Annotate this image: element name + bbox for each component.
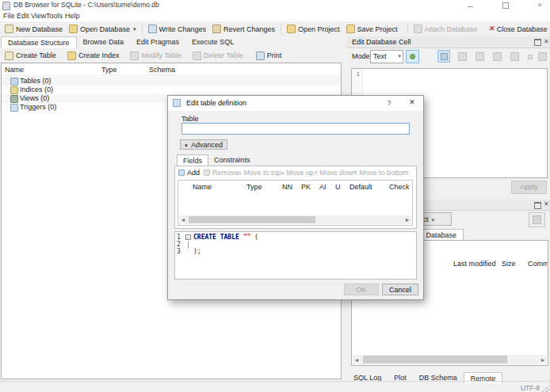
app-icon bbox=[2, 2, 10, 10]
grid-column-nn[interactable]: NN bbox=[282, 183, 292, 191]
modify-table-button: Modify Table bbox=[127, 50, 184, 62]
scrollbar-thumb[interactable] bbox=[363, 356, 507, 363]
close-database-button[interactable]: ✕ Close Database bbox=[485, 24, 550, 35]
tab-edit-pragmas[interactable]: Edit Pragmas bbox=[130, 36, 185, 48]
add-field-button[interactable]: Add bbox=[178, 169, 200, 177]
tab-fields[interactable]: Fields bbox=[177, 154, 208, 166]
dialog-icon bbox=[173, 99, 181, 107]
connect-dropdown-icon: ▾ bbox=[432, 217, 435, 223]
write-changes-button[interactable]: Write Changes bbox=[145, 23, 209, 35]
line-number: 1 bbox=[357, 70, 360, 78]
resize-grip[interactable] bbox=[542, 385, 549, 392]
float-dock-icon[interactable] bbox=[534, 39, 541, 46]
tree-header-divider bbox=[2, 75, 341, 76]
dialog-help-button[interactable]: ? bbox=[384, 99, 395, 107]
menu-file[interactable]: File bbox=[3, 12, 15, 20]
open-database-button[interactable]: Open Database ▾ bbox=[66, 23, 139, 35]
maximize-button[interactable] bbox=[498, 1, 514, 10]
edit-cell-dock-title: Edit Database Cell bbox=[352, 38, 411, 46]
tree-item-indices[interactable]: Indices (0) bbox=[2, 86, 341, 94]
grid-column-default[interactable]: Default bbox=[349, 183, 372, 191]
tables-icon bbox=[10, 78, 18, 86]
close-dock-icon[interactable]: ✕ bbox=[544, 39, 549, 45]
separator-dot-icon bbox=[528, 55, 533, 59]
delete-table-button: Delete Table bbox=[189, 50, 246, 62]
open-project-button[interactable]: Open Project bbox=[284, 23, 343, 35]
null-cell-icon bbox=[458, 52, 467, 61]
status-bar: UTF-8 bbox=[0, 381, 550, 392]
grid-column-pk[interactable]: PK bbox=[301, 183, 311, 191]
grid-column-type[interactable]: Type bbox=[246, 183, 262, 191]
fields-pane: Add Remove ▴Move to top ▴Move up ▾Move d… bbox=[174, 166, 417, 229]
close-dock-icon[interactable]: ✕ bbox=[544, 201, 549, 207]
open-database-dropdown-icon[interactable]: ▾ bbox=[133, 26, 136, 32]
grid-horizontal-scrollbar[interactable]: ◂ ▸ bbox=[179, 215, 411, 224]
menu-view[interactable]: View bbox=[31, 12, 46, 20]
menu-help[interactable]: Help bbox=[65, 12, 80, 20]
dialog-close-button[interactable]: ✕ bbox=[406, 98, 418, 106]
move-down-icon: ▾ bbox=[315, 169, 318, 176]
main-toolbar: New Database Open Database ▾ Write Chang… bbox=[0, 21, 550, 36]
word-wrap-toggle[interactable] bbox=[437, 50, 450, 63]
dialog-title-bar[interactable]: Edit table definition ? ✕ bbox=[168, 96, 423, 111]
scroll-left-icon[interactable]: ◂ bbox=[355, 356, 358, 363]
scroll-right-icon[interactable]: ▸ bbox=[541, 356, 544, 363]
create-table-button[interactable]: Create Table bbox=[2, 50, 59, 62]
code-fold-icon[interactable]: − bbox=[185, 234, 191, 240]
move-up-icon: ▴ bbox=[281, 169, 285, 176]
remote-horizontal-scrollbar[interactable]: ◂ ▸ bbox=[353, 355, 547, 364]
print-button[interactable]: Print bbox=[253, 50, 285, 62]
close-button[interactable]: ✕ bbox=[532, 1, 548, 10]
encoding-indicator[interactable]: UTF-8 bbox=[521, 384, 540, 392]
move-to-bottom-button: ▾Move to bottom bbox=[354, 169, 409, 177]
create-table-icon bbox=[5, 51, 13, 60]
move-top-icon: ▴ bbox=[239, 169, 242, 176]
tab-browse-data[interactable]: Browse Data bbox=[77, 36, 131, 48]
create-index-button[interactable]: Create Index bbox=[64, 50, 123, 62]
edit-cell-dock-header: Edit Database Cell ✕ bbox=[347, 36, 550, 48]
tree-column-name[interactable]: Name bbox=[5, 66, 24, 74]
tab-execute-sql[interactable]: Execute SQL bbox=[185, 36, 240, 48]
sql-line-number: 2 bbox=[177, 241, 181, 248]
toolbar-separator bbox=[407, 24, 408, 34]
sql-line-1: CREATE TABLE "" ( bbox=[193, 234, 258, 241]
tab-constraints[interactable]: Constraints bbox=[208, 154, 256, 166]
scrollbar-thumb[interactable] bbox=[189, 216, 315, 223]
menu-edit[interactable]: Edit bbox=[17, 12, 29, 20]
open-database-icon bbox=[69, 25, 78, 33]
table-name-input[interactable] bbox=[181, 123, 410, 135]
remote-column-size[interactable]: Size bbox=[502, 260, 516, 268]
save-project-button[interactable]: Save Project bbox=[343, 23, 401, 35]
grid-column-check[interactable]: Check bbox=[389, 183, 410, 191]
tree-column-type[interactable]: Type bbox=[101, 66, 117, 74]
apply-button: Apply bbox=[511, 181, 547, 194]
cancel-button[interactable]: Cancel bbox=[382, 284, 418, 295]
grid-column-ai[interactable]: AI bbox=[319, 183, 327, 191]
move-to-top-button: ▴Move to top bbox=[239, 169, 281, 177]
float-dock-icon[interactable] bbox=[534, 202, 541, 209]
remote-column-last-modified[interactable]: Last modified bbox=[453, 260, 496, 268]
tree-column-schema[interactable]: Schema bbox=[149, 66, 175, 74]
auto-apply-toggle[interactable] bbox=[406, 50, 419, 63]
remote-settings-button bbox=[529, 212, 545, 227]
revert-changes-button[interactable]: Revert Changes bbox=[209, 23, 278, 35]
minimize-button[interactable] bbox=[462, 1, 478, 10]
grid-column-u[interactable]: U bbox=[335, 183, 341, 191]
scroll-right-icon[interactable]: ▸ bbox=[406, 216, 409, 223]
tab-database-structure[interactable]: Database Structure bbox=[1, 36, 77, 48]
table-name-label: Table bbox=[181, 115, 199, 123]
save-project-icon bbox=[346, 25, 355, 33]
main-tab-bar: Database Structure Browse Data Edit Prag… bbox=[1, 36, 240, 48]
tree-item-tables[interactable]: Tables (0) bbox=[2, 77, 341, 86]
remote-column-commit[interactable]: Commit bbox=[528, 260, 548, 268]
menu-tools[interactable]: Tools bbox=[46, 12, 63, 20]
window-title: DB Browser for SQLite - C:\Users\turne\d… bbox=[13, 1, 159, 9]
advanced-button[interactable]: ▼Advanced bbox=[180, 139, 227, 150]
fields-grid: Name Type NN PK AI U Default Check ◂ ▸ bbox=[178, 180, 413, 226]
new-database-button[interactable]: New Database bbox=[2, 23, 66, 35]
scroll-left-icon[interactable]: ◂ bbox=[181, 216, 185, 223]
mode-select[interactable]: Text ▾ bbox=[370, 50, 403, 63]
structure-toolbar: Create Table Create Index Modify Table D… bbox=[0, 48, 347, 63]
toolbar-separator bbox=[281, 24, 281, 34]
grid-column-name[interactable]: Name bbox=[193, 183, 212, 191]
